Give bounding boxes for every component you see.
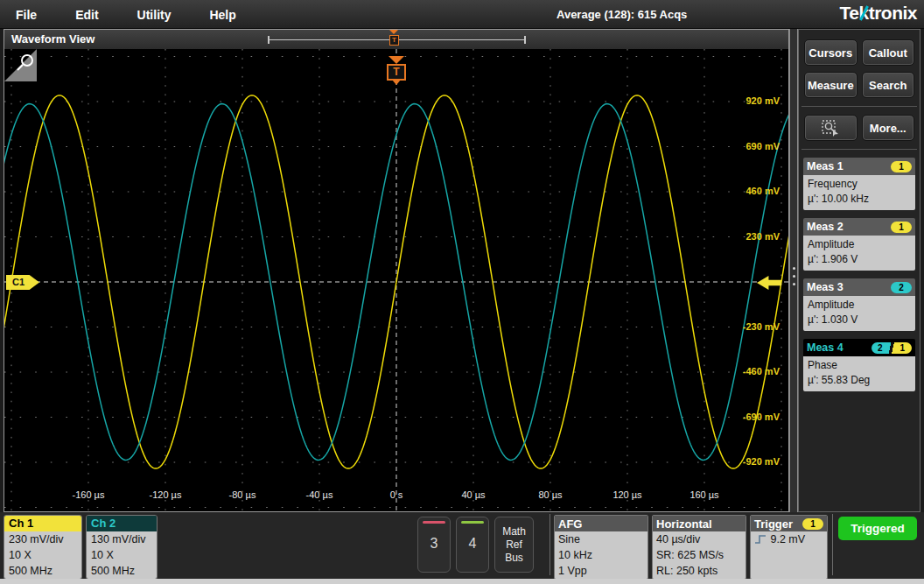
rising-edge-icon	[754, 533, 767, 545]
y-axis-label: -460 mV	[718, 366, 780, 376]
meas-body: Frequencyµ': 10.00 kHz	[803, 175, 915, 210]
trigger-source-badge: 1	[802, 518, 823, 530]
menubar: FileEditUtilityHelp Average (128): 615 A…	[0, 0, 924, 29]
waveform-title: Waveform View	[11, 32, 94, 46]
y-axis-label: 920 mV	[718, 95, 780, 106]
meas-card[interactable]: Meas 32Amplitudeµ': 1.030 V	[803, 278, 915, 331]
callout-button[interactable]: Callout	[862, 39, 915, 66]
divider	[802, 106, 917, 107]
channel-4-button[interactable]: 4	[456, 517, 489, 573]
meas-value: µ': 1.030 V	[808, 313, 911, 327]
x-axis-label: 120 µs	[597, 489, 658, 500]
meas-value: µ': 10.00 kHz	[808, 192, 911, 207]
meas-card[interactable]: Meas 11Frequencyµ': 10.00 kHz	[803, 158, 915, 210]
oscilloscope-screen: FileEditUtilityHelp Average (128): 615 A…	[0, 0, 924, 584]
channel-color-stripe	[423, 521, 445, 524]
meas-body: Phaseµ': 55.83 Deg	[803, 356, 915, 391]
math-ref-bus-button[interactable]: MathRefBus	[494, 517, 534, 573]
y-axis-label: 460 mV	[718, 186, 780, 196]
channel-label: Ch 1	[4, 516, 81, 531]
meas-body: Amplitudeµ': 1.030 V	[803, 296, 915, 331]
channel-number: 3	[418, 536, 450, 552]
waveform-title-bar: Waveform View T	[4, 30, 788, 49]
graticule: 920 mV690 mV460 mV230 mV-230 mV-460 mV-6…	[4, 49, 788, 511]
x-axis-label: -120 µs	[135, 489, 196, 500]
meas-title: Meas 3	[807, 281, 844, 293]
meas-type: Amplitude	[808, 237, 911, 252]
horizontal-badge[interactable]: Horizontal40 µs/divSR: 625 MS/sRL: 250 k…	[652, 515, 746, 580]
drag-handle-icon[interactable]	[793, 267, 795, 285]
channel-badge-2[interactable]: Ch 2130 mV/div10 X500 MHz	[86, 515, 158, 580]
y-axis-label: 230 mV	[718, 231, 780, 242]
afg-badge[interactable]: AFGSine10 kHz1 Vpp	[554, 515, 648, 580]
divider	[550, 514, 550, 575]
meas-source-badge: 1	[891, 161, 912, 172]
meas-source-badge: 2	[891, 282, 912, 293]
menu-item-file[interactable]: File	[16, 8, 37, 22]
menu-items: FileEditUtilityHelp	[16, 0, 236, 29]
meas-source-badge: 1	[891, 222, 912, 233]
right-panel: Cursors Callout Measure Search More... M…	[798, 29, 920, 512]
channel-settings: 230 mV/div10 X500 MHz	[4, 531, 81, 579]
tektronix-logo: Tektronix	[840, 3, 917, 24]
divider	[802, 149, 917, 150]
draw-zoom-corner-button[interactable]	[4, 49, 37, 81]
mini-trigger-position-icon[interactable]: T	[389, 35, 399, 46]
channel-3-button[interactable]: 3	[417, 517, 451, 573]
x-axis-label: -160 µs	[58, 489, 119, 500]
channel-label: Ch 2	[87, 516, 157, 531]
menu-item-help[interactable]: Help	[209, 8, 235, 22]
waveforms	[4, 49, 788, 511]
search-button[interactable]: Search	[862, 72, 915, 98]
measurement-list: Meas 11Frequencyµ': 10.00 kHzMeas 21Ampl…	[802, 158, 917, 391]
measure-button[interactable]: Measure	[804, 72, 858, 98]
x-axis-label: 40 µs	[443, 489, 504, 500]
mini-trigger-arrow-icon	[389, 30, 398, 34]
meas-title: Meas 1	[807, 160, 844, 172]
y-axis-label: -920 mV	[718, 456, 780, 467]
channel-settings: 130 mV/div10 X500 MHz	[87, 531, 157, 579]
trigger-position-arrow-icon[interactable]	[388, 56, 404, 64]
waveform-panel: Waveform View T 920 mV690 mV460 mV230 mV…	[4, 29, 789, 512]
meas-card[interactable]: Meas 21Amplitudeµ': 1.906 V	[803, 218, 915, 271]
panel-splitter[interactable]	[789, 29, 798, 512]
meas-card[interactable]: Meas 421Phaseµ': 55.83 Deg	[803, 339, 915, 391]
menu-item-utility[interactable]: Utility	[137, 8, 172, 22]
y-axis-label: 690 mV	[718, 141, 780, 151]
trigger-badge-title: Trigger	[754, 517, 793, 531]
meas-title: Meas 2	[807, 221, 844, 233]
divider	[832, 514, 833, 575]
channel-badge-1[interactable]: Ch 1230 mV/div10 X500 MHz	[4, 515, 82, 580]
trigger-position-badge[interactable]: T	[387, 64, 406, 81]
badge-settings: Sine10 kHz1 Vpp	[555, 531, 648, 579]
channel-color-stripe	[461, 521, 484, 524]
x-axis-label: -80 µs	[212, 489, 273, 500]
badge-title: Horizontal	[656, 517, 712, 531]
x-axis-label: 80 µs	[520, 489, 581, 500]
meas-value: µ': 1.906 V	[808, 252, 911, 267]
trigger-status-indicator: Triggered	[838, 517, 917, 540]
cursors-button[interactable]: Cursors	[804, 39, 858, 66]
bezel-strip	[0, 579, 924, 584]
y-axis-label: -230 mV	[718, 321, 780, 332]
channel-number: 4	[457, 536, 488, 552]
more-button[interactable]: More...	[862, 115, 915, 141]
x-axis-label: -40 µs	[289, 489, 350, 500]
bottom-bar: Ch 1230 mV/div10 X500 MHzCh 2130 mV/div1…	[0, 512, 924, 579]
meas-type: Phase	[808, 358, 911, 373]
meas-value: µ': 55.83 Deg	[808, 373, 911, 388]
y-axis-label: -690 mV	[718, 412, 780, 422]
zoom-box-icon	[821, 119, 840, 137]
x-axis-label: 160 µs	[674, 489, 735, 500]
acquisition-status: Average (128): 615 Acqs	[556, 8, 687, 21]
meas-source-badges: 21	[872, 342, 912, 354]
trigger-level-value: 9.2 mV	[770, 533, 805, 545]
meas-body: Amplitudeµ': 1.906 V	[803, 236, 915, 271]
badge-title: AFG	[558, 517, 582, 531]
meas-title: Meas 4	[807, 341, 844, 354]
trigger-badge[interactable]: Trigger 1 9.2 mV	[750, 515, 828, 580]
x-axis-label: 0 s	[366, 489, 427, 500]
meas-type: Frequency	[808, 177, 911, 192]
menu-item-edit[interactable]: Edit	[75, 8, 98, 22]
zoom-box-button[interactable]	[804, 115, 858, 141]
